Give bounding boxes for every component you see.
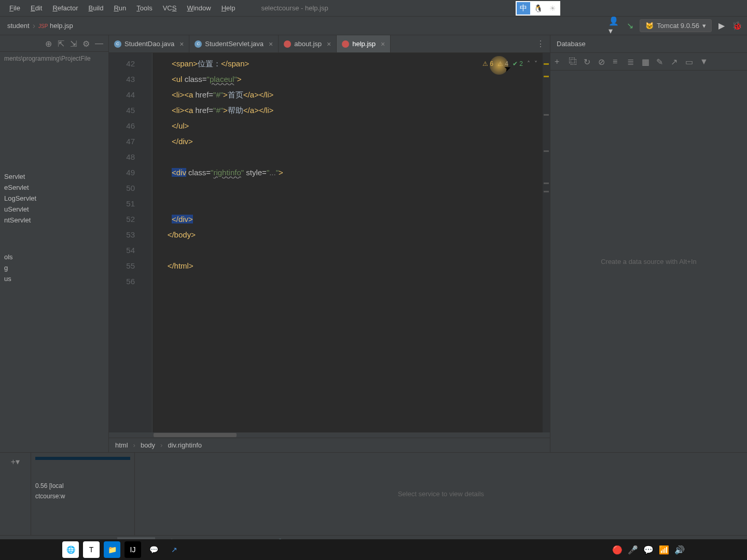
close-tab-icon[interactable]: ×	[269, 40, 273, 48]
filter-icon[interactable]: ▼	[700, 57, 709, 66]
wifi-icon[interactable]: 📶	[659, 545, 669, 555]
toolbar-right: 👤▾ ↘ 🐱 Tomcat 9.0.56 ▾ ▶ 🐞	[608, 19, 743, 32]
editor-body: 424344454647484950515253545556 ⚠ 6 ⚠ 4 ✔…	[109, 53, 550, 432]
sidebar-toolbar: ⊕ ⇱ ⇲ ⚙ —	[0, 35, 108, 52]
sidebar-item[interactable]: ntServlet	[0, 215, 108, 226]
menu-edit[interactable]: Edit	[25, 2, 47, 14]
horizontal-scrollbar[interactable]	[154, 433, 237, 437]
chrome-icon[interactable]: 🌐	[62, 541, 79, 558]
view-icon[interactable]: ▭	[685, 57, 695, 66]
menu-help[interactable]: Help	[216, 2, 241, 14]
close-tab-icon[interactable]: ×	[327, 40, 331, 48]
close-tab-icon[interactable]: ×	[179, 40, 184, 48]
ime-lang[interactable]: 中	[517, 2, 530, 15]
next-highlight-icon[interactable]: ˅	[534, 56, 537, 72]
add-service-icon[interactable]: +▾	[11, 457, 20, 467]
ime-icon-1[interactable]: 🐧	[531, 2, 545, 15]
files-icon[interactable]: 📁	[104, 541, 120, 558]
sidebar-item[interactable]: Servlet	[0, 171, 108, 182]
intellij-icon[interactable]: IJ	[125, 541, 141, 558]
prev-highlight-icon[interactable]: ˄	[527, 56, 530, 72]
close-tab-icon[interactable]: ×	[381, 40, 385, 48]
ime-icon-2[interactable]: ☀	[546, 2, 559, 15]
system-tray[interactable]: 🔴 🎤 💬 📶 🔊	[612, 545, 685, 555]
debug-button[interactable]: 🐞	[731, 20, 743, 32]
ime-indicator[interactable]: 中 🐧 ☀	[516, 1, 560, 16]
services-tree[interactable]: 0.56 [local ctcourse:w	[31, 453, 135, 535]
breadcrumb-file[interactable]: JSP help.jsp	[35, 22, 76, 30]
user-icon[interactable]: 👤▾	[608, 20, 620, 32]
sidebar-item[interactable]: eServlet	[0, 182, 108, 193]
rollback-icon[interactable]: ≡	[613, 57, 622, 66]
collapse-icon[interactable]: ⇱	[58, 39, 67, 48]
bc-html[interactable]: html	[115, 441, 128, 449]
menubar: FileEditRefactorBuildRunToolsVCSWindowHe…	[0, 0, 747, 17]
jump-icon[interactable]: ↗	[671, 57, 680, 66]
table-icon[interactable]: ▦	[642, 57, 651, 66]
main-area: ⊕ ⇱ ⇲ ⚙ — ments\programming\ProjectFile …	[0, 35, 747, 452]
editor-tab[interactable]: CStudentDao.java×	[109, 35, 189, 52]
editor-tab[interactable]: help.jsp×	[337, 35, 391, 52]
menu-build[interactable]: Build	[84, 2, 109, 14]
database-toolbar: + ⿻ ↻ ⊘ ≡ ≣ ▦ ✎ ↗ ▭ ▼	[550, 53, 747, 71]
sidebar-item[interactable]: g	[0, 262, 108, 273]
database-panel: Database + ⿻ ↻ ⊘ ≡ ≣ ▦ ✎ ↗ ▭ ▼ Create a …	[550, 35, 747, 452]
commit-icon[interactable]: ≣	[627, 57, 637, 66]
volume-icon[interactable]: 🔊	[674, 545, 685, 555]
expand-icon[interactable]: ⇲	[70, 39, 79, 48]
edit-icon[interactable]: ✎	[656, 57, 666, 66]
services-panel: +▾ 0.56 [local ctcourse:w Select service…	[0, 452, 747, 535]
menu-window[interactable]: Window	[182, 2, 216, 14]
menu-tools[interactable]: Tools	[131, 2, 157, 14]
stop-icon[interactable]: ⊘	[598, 57, 607, 66]
hide-icon[interactable]: —	[95, 39, 104, 48]
sidebar-item[interactable]: us	[0, 273, 108, 284]
wechat-icon[interactable]: 💬	[145, 541, 162, 558]
sidebar-item[interactable]: uServlet	[0, 204, 108, 215]
sidebar-item[interactable]: ols	[0, 251, 108, 262]
code-content[interactable]: ⚠ 6 ⚠ 4 ✔ 2 ˄ ˅ 💡 <span>位置：</span> <ul c…	[153, 53, 543, 432]
fold-gutter	[139, 53, 153, 432]
tab-overflow-icon[interactable]: ⋮	[531, 35, 550, 52]
bc-div[interactable]: div.rightinfo	[168, 441, 202, 449]
windows-taskbar: 🌐 T 📁 IJ 💬 ↗ 🔴 🎤 💬 📶 🔊	[0, 539, 747, 560]
run-config-selector[interactable]: 🐱 Tomcat 9.0.56 ▾	[640, 19, 712, 32]
marker-strip[interactable]	[543, 53, 550, 432]
warning-count[interactable]: ⚠ 6	[482, 56, 493, 72]
editor-area: CStudentDao.java×CStudentServlet.java×ab…	[109, 35, 550, 452]
duplicate-icon[interactable]: ⿻	[569, 57, 578, 66]
gear-icon[interactable]: ⚙	[82, 39, 92, 48]
menu-refactor[interactable]: Refactor	[47, 2, 83, 14]
services-actions: +▾	[0, 453, 31, 535]
text-app-icon[interactable]: T	[83, 541, 100, 558]
editor-breadcrumbs: html › body › div.rightinfo	[109, 438, 550, 452]
run-button[interactable]: ▶	[716, 20, 727, 32]
sidebar-path: ments\programming\ProjectFile	[0, 52, 108, 65]
editor-tab[interactable]: CStudentServlet.java×	[189, 35, 279, 52]
database-empty-hint: Create a data source with Alt+In	[550, 71, 747, 452]
menu-vcs[interactable]: VCS	[158, 2, 182, 14]
bc-body[interactable]: body	[141, 441, 155, 449]
menu-items: FileEditRefactorBuildRunToolsVCSWindowHe…	[4, 2, 240, 14]
sidebar-items: ServleteServletLogServletuServletntServl…	[0, 169, 108, 452]
tree-item-artifact[interactable]: ctcourse:w	[35, 491, 130, 501]
menu-file[interactable]: File	[4, 2, 25, 14]
sidebar-item[interactable]: LogServlet	[0, 193, 108, 204]
refresh-icon[interactable]: ↻	[584, 57, 593, 66]
tray-icon-3[interactable]: 💬	[643, 545, 654, 555]
tree-item-local[interactable]: 0.56 [local	[35, 481, 130, 491]
share-icon[interactable]: ↗	[166, 541, 183, 558]
tray-icon-1[interactable]: 🔴	[612, 545, 622, 555]
code-lines: <span>位置：</span> <ul class="placeul"> <l…	[159, 56, 543, 289]
line-gutter: 424344454647484950515253545556	[109, 53, 139, 432]
window-title: selectcourse - help.jsp	[261, 4, 328, 12]
menu-run[interactable]: Run	[108, 2, 131, 14]
breadcrumb-root[interactable]: student	[4, 22, 33, 30]
target-icon[interactable]: ⊕	[45, 39, 54, 48]
ok-count[interactable]: ✔ 2	[513, 56, 523, 72]
tray-icon-2[interactable]: 🎤	[628, 545, 638, 555]
run-config-label: Tomcat 9.0.56	[657, 22, 699, 30]
add-datasource-icon[interactable]: +	[555, 57, 564, 66]
hammer-icon[interactable]: ↘	[624, 20, 635, 32]
editor-tab[interactable]: about.jsp×	[279, 35, 337, 52]
